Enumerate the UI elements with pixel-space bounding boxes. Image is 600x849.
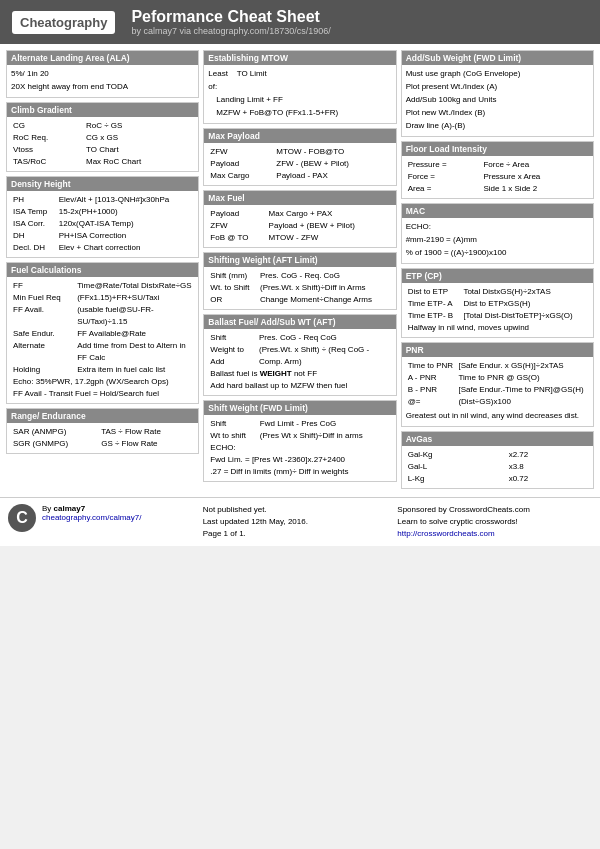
table-row: Halfway in nil wind, moves upwind	[406, 322, 589, 334]
table-row: ECHO:	[208, 442, 391, 454]
section-range-body: SAR (ANMPG)TAS ÷ Flow Rate SGR (GNMPG)GS…	[7, 423, 198, 453]
table-row: Wt to shift(Pres Wt x Shift)÷Diff in arm…	[208, 430, 391, 442]
table-row: RoC Req.CG x GS	[11, 132, 194, 144]
table-row: ShiftPres. CoG - Req CoG	[208, 332, 391, 344]
section-shifting-aft: Shifting Weight (AFT Limit) Shift (mm)Pr…	[203, 252, 396, 310]
section-mtow-body: Least TO Limit of: Landing Limit + FF MZ…	[204, 65, 395, 123]
table-row: Time to PNR[Safe Endur. x GS(H)]÷2xTAS	[406, 360, 589, 372]
footer-author-block: By calmay7 cheatography.com/calmay7/	[42, 504, 141, 522]
section-density-body: PHElev/Alt + [1013-QNH#]x30hPa ISA Temp1…	[7, 191, 198, 257]
section-avgas-body: Gal-Kgx2.72 Gal-Lx3.8 L-Kgx0.72	[402, 446, 593, 488]
table-row: PayloadMax Cargo + PAX	[208, 208, 391, 220]
footer-right-url: http://crosswordcheats.com	[397, 528, 592, 540]
section-shiftaft-title: Shifting Weight (AFT Limit)	[204, 253, 395, 267]
table-row: Ballast fuel is WEIGHT not FF	[208, 368, 391, 380]
table-row: Add hard ballast up to MZFW then fuel	[208, 380, 391, 392]
section-addsubfwd-body: Must use graph (CoG Envelope) Plot prese…	[402, 65, 593, 136]
footer-mid-line2: Last updated 12th May, 2016.	[203, 516, 398, 528]
avgas-table: Gal-Kgx2.72 Gal-Lx3.8 L-Kgx0.72	[406, 449, 589, 485]
section-shiftfwd-body: ShiftFwd Limit - Pres CoG Wt to shift(Pr…	[204, 415, 395, 481]
mac-line1: ECHO:	[406, 221, 589, 233]
col-3: Add/Sub Weight (FWD Limit) Must use grap…	[399, 48, 596, 491]
section-climb-body: CGRoC ÷ GS RoC Req.CG x GS VtossTO Chart…	[7, 117, 198, 171]
table-row: Min Fuel Req(FFx1.15)+FR+SU/Taxi	[11, 292, 194, 304]
table-row: L-Kgx0.72	[406, 473, 589, 485]
header: Cheatography Peformance Cheat Sheet by c…	[0, 0, 600, 44]
section-pnr-title: PNR	[402, 343, 593, 357]
page: Cheatography Peformance Cheat Sheet by c…	[0, 0, 600, 546]
table-row: ZFWMTOW - FOB@TO	[208, 146, 391, 158]
table-row: Time ETP- B[Total Dist-DistToETP]÷xGS(O)	[406, 310, 589, 322]
section-etp-body: Dist to ETPTotal DistxGS(H)÷2xTAS Time E…	[402, 283, 593, 337]
section-climb-gradient: Climb Gradient CGRoC ÷ GS RoC Req.CG x G…	[6, 102, 199, 172]
section-fuel-title: Fuel Calculations	[7, 263, 198, 277]
table-row: Max CargoPayload - PAX	[208, 170, 391, 182]
table-row: Pressure =Force ÷ Area	[406, 159, 589, 171]
mac-line2: #mm-2190 = (A)mm	[406, 234, 589, 246]
section-maxfuel-title: Max Fuel	[204, 191, 395, 205]
section-maxpay-body: ZFWMTOW - FOB@TO PayloadZFW - (BEW + Pil…	[204, 143, 395, 185]
section-ala-title: Alternate Landing Area (ALA)	[7, 51, 198, 65]
table-row: Safe Endur.FF Available@Rate	[11, 328, 194, 340]
floorload-table: Pressure =Force ÷ Area Force =Pressure x…	[406, 159, 589, 195]
section-mtow: Establishing MTOW Least TO Limit of: Lan…	[203, 50, 396, 124]
section-mtow-title: Establishing MTOW	[204, 51, 395, 65]
etp-table: Dist to ETPTotal DistxGS(H)÷2xTAS Time E…	[406, 286, 589, 334]
table-row: DHPH+ISA Correction	[11, 230, 194, 242]
section-mac-body: ECHO: #mm-2190 = (A)mm % of 1900 = ((A)÷…	[402, 218, 593, 263]
section-addsubfwd-title: Add/Sub Weight (FWD Limit)	[402, 51, 593, 65]
section-ballastaft-title: Ballast Fuel/ Add/Sub WT (AFT)	[204, 315, 395, 329]
section-fuel-calc: Fuel Calculations FFTime@Rate/Total Dist…	[6, 262, 199, 404]
section-mac: MAC ECHO: #mm-2190 = (A)mm % of 1900 = (…	[401, 203, 594, 264]
table-row: ORChange Moment÷Change Arms	[208, 294, 391, 306]
table-row: HoldingExtra item in fuel calc list	[11, 364, 194, 376]
table-row: FF Avail.(usable fuel@SU-FR-SU/Taxi)÷1.1…	[11, 304, 194, 328]
section-range: Range/ Endurance SAR (ANMPG)TAS ÷ Flow R…	[6, 408, 199, 454]
section-floorload-title: Floor Load Intensity	[402, 142, 593, 156]
table-row: ShiftFwd Limit - Pres CoG	[208, 418, 391, 430]
section-shift-fwd: Shift Weight (FWD Limit) ShiftFwd Limit …	[203, 400, 396, 482]
section-max-payload: Max Payload ZFWMTOW - FOB@TO PayloadZFW …	[203, 128, 396, 186]
section-add-sub-fwd: Add/Sub Weight (FWD Limit) Must use grap…	[401, 50, 594, 137]
addsubfwd-line4: Plot new Wt./Index (B)	[406, 107, 589, 119]
table-row: Echo: 35%PWR, 17.2gph (WX/Search Ops)	[11, 376, 194, 388]
table-row: TAS/RoCMax RoC Chart	[11, 156, 194, 168]
header-subtitle: by calmay7 via cheatography.com/18730/cs…	[131, 26, 330, 36]
table-row: ZFWPayload + (BEW + Pilot)	[208, 220, 391, 232]
table-row: Weight to Add(Pres.Wt. x Shift) ÷ (Req C…	[208, 344, 391, 368]
pnr-note: Greatest out in nil wind, any wind decre…	[406, 410, 589, 422]
table-row: Gal-Lx3.8	[406, 461, 589, 473]
range-table: SAR (ANMPG)TAS ÷ Flow Rate SGR (GNMPG)GS…	[11, 426, 194, 450]
ala-line1: 5%/ 1in 20	[11, 68, 194, 80]
section-etp-title: ETP (CP)	[402, 269, 593, 283]
section-maxpay-title: Max Payload	[204, 129, 395, 143]
section-ballast-aft: Ballast Fuel/ Add/Sub WT (AFT) ShiftPres…	[203, 314, 396, 396]
mtow-line4: MZFW + FoB@TO (FFx1.1-5+FR)	[208, 107, 391, 119]
main-content: Alternate Landing Area (ALA) 5%/ 1in 20 …	[0, 44, 600, 495]
section-etp: ETP (CP) Dist to ETPTotal DistxGS(H)÷2xT…	[401, 268, 594, 338]
table-row: A - PNRTime to PNR @ GS(O)	[406, 372, 589, 384]
mtow-line2: of:	[208, 81, 391, 93]
footer-c-logo: C	[8, 504, 36, 532]
table-row: FoB @ TOMTOW - ZFW	[208, 232, 391, 244]
ala-line2: 20X height away from end TODA	[11, 81, 194, 93]
table-row: @=(Dist÷GS)x100	[406, 396, 589, 408]
table-row: AlternateAdd time from Dest to Altern in…	[11, 340, 194, 364]
footer-author-url: cheatography.com/calmay7/	[42, 513, 141, 522]
table-row: ISA Corr.120x(QAT-ISA Temp)	[11, 218, 194, 230]
footer-mid: Not published yet. Last updated 12th May…	[203, 504, 398, 540]
table-row: SGR (GNMPG)GS ÷ Flow Rate	[11, 438, 194, 450]
table-row: Force =Pressure x Area	[406, 171, 589, 183]
section-density-title: Density Height	[7, 177, 198, 191]
addsubfwd-line3: Add/Sub 100kg and Units	[406, 94, 589, 106]
table-row: Fwd Lim. = [Pres Wt -2360]x.27+2400	[208, 454, 391, 466]
footer-author-label: By calmay7	[42, 504, 141, 513]
section-ala: Alternate Landing Area (ALA) 5%/ 1in 20 …	[6, 50, 199, 98]
mtow-line1: Least TO Limit	[208, 68, 391, 80]
fuel-table: FFTime@Rate/Total DistxRate÷GS Min Fuel …	[11, 280, 194, 400]
footer-right: Sponsored by CrosswordCheats.com Learn t…	[397, 504, 592, 540]
footer-right-line2: Learn to solve cryptic crosswords!	[397, 516, 592, 528]
table-row: Dist to ETPTotal DistxGS(H)÷2xTAS	[406, 286, 589, 298]
shiftaft-table: Shift (mm)Pres. CoG - Req. CoG Wt. to Sh…	[208, 270, 391, 306]
footer-mid-line1: Not published yet.	[203, 504, 398, 516]
